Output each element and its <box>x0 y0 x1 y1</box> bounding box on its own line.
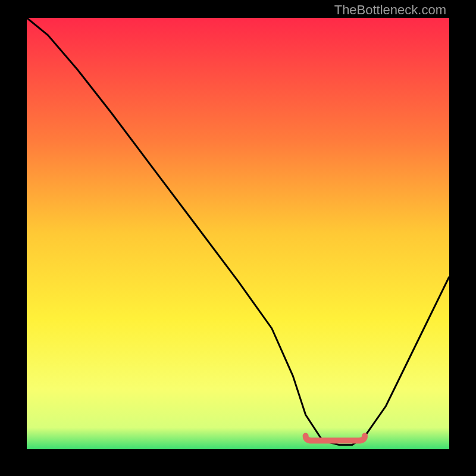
chart-svg <box>27 18 449 449</box>
gradient-area <box>27 18 449 449</box>
frame-left <box>0 0 27 476</box>
bottleneck-curve-chart <box>27 18 449 449</box>
chart-container: TheBottleneck.com <box>0 0 476 476</box>
watermark-text: TheBottleneck.com <box>334 2 446 18</box>
frame-right <box>449 0 476 476</box>
frame-bottom <box>0 449 476 476</box>
